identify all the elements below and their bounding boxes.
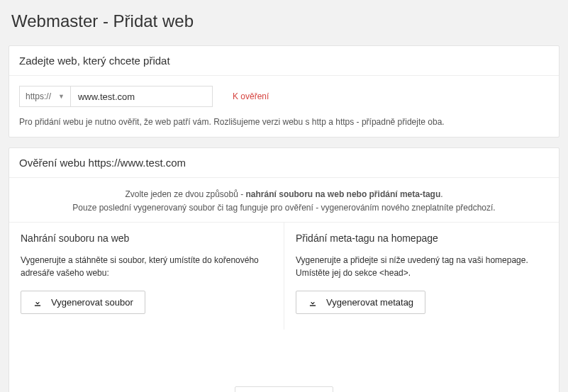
method-metatag-title: Přidání meta-tagu na homepage <box>296 233 547 244</box>
verify-heading: Ověření webu https://www.test.com <box>9 148 559 178</box>
verify-footer: Ověřit doménu <box>9 379 559 392</box>
generate-file-label: Vygenerovat soubor <box>51 297 133 308</box>
download-icon <box>308 298 318 308</box>
url-input[interactable] <box>71 86 213 107</box>
verify-intro-suffix: . <box>440 189 442 199</box>
method-file-title: Nahrání souboru na web <box>21 233 272 244</box>
generate-metatag-label: Vygenerovat metatag <box>326 297 413 308</box>
method-metatag: Přidání meta-tagu na homepage Vygenerujt… <box>284 223 559 330</box>
add-web-note: Pro přidání webu je nutno ověřit, že web… <box>19 117 549 127</box>
download-icon <box>33 298 43 308</box>
chevron-down-icon: ▼ <box>58 93 65 100</box>
url-input-row: https:// ▼ K ověření <box>19 86 549 107</box>
verify-intro-line2: Pouze poslední vygenerovaný soubor či ta… <box>23 201 545 215</box>
method-file-upload: Nahrání souboru na web Vygenerujte a stá… <box>9 223 284 330</box>
verify-domain-button[interactable]: Ověřit doménu <box>235 386 333 392</box>
generate-file-button[interactable]: Vygenerovat soubor <box>21 291 145 314</box>
method-metatag-desc: Vygenerujte a přidejte si níže uvedený t… <box>296 254 547 279</box>
verify-panel: Ověření webu https://www.test.com Zvolte… <box>9 147 559 392</box>
add-web-heading: Zadejte web, který chcete přidat <box>9 46 559 76</box>
verify-intro-bold: nahrání souboru na web nebo přidání meta… <box>246 189 441 199</box>
generate-metatag-button[interactable]: Vygenerovat metatag <box>296 291 425 314</box>
verification-status: K ověření <box>233 91 269 101</box>
method-file-desc: Vygenerujte a stáhněte si soubor, který … <box>21 254 272 279</box>
add-web-panel: Zadejte web, který chcete přidat https:/… <box>9 45 559 138</box>
protocol-select[interactable]: https:// ▼ <box>19 86 71 107</box>
verify-methods: Nahrání souboru na web Vygenerujte a stá… <box>9 222 559 330</box>
page-title: Webmaster - Přidat web <box>11 11 559 31</box>
protocol-value: https:// <box>26 91 51 101</box>
verify-intro: Zvolte jeden ze dvou způsobů - nahrání s… <box>9 178 559 222</box>
verify-intro-prefix: Zvolte jeden ze dvou způsobů - <box>125 189 245 199</box>
